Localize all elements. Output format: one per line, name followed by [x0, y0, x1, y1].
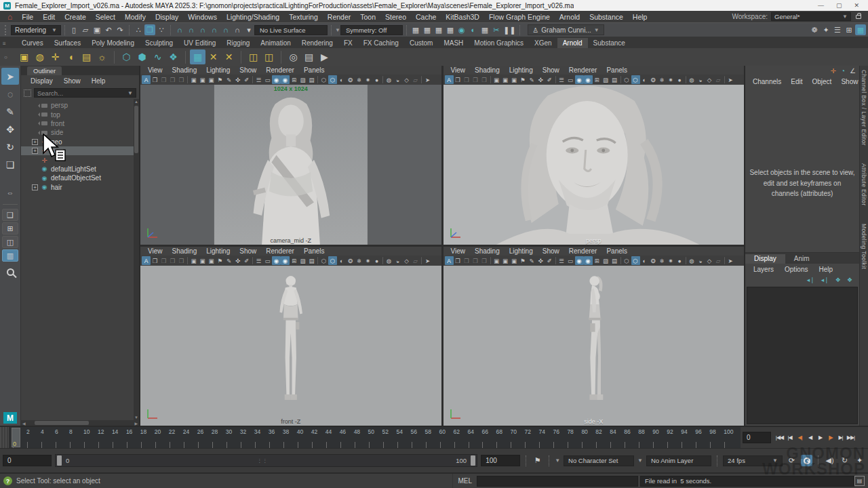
expand-toggle-icon[interactable]: + [32, 139, 38, 145]
step-forward-frame-button[interactable]: |▶ [825, 432, 835, 443]
layout-custom-button[interactable]: ▥ [2, 249, 18, 262]
grease-pencil-icon[interactable]: ✎ [224, 256, 233, 265]
current-time-field[interactable]: 0 [743, 432, 771, 443]
snap-projected-center-icon[interactable]: ∩ [209, 24, 220, 35]
smooth-shade-icon[interactable]: ◉ [575, 75, 584, 84]
viewport-menu-item[interactable]: Shading [470, 247, 505, 255]
pause-viewport-icon[interactable]: ❚❚ [502, 24, 516, 35]
chevron-down-icon[interactable]: ▼ [555, 458, 560, 464]
snap-to-view-icon[interactable]: ✜ [536, 75, 545, 84]
shelf-tab[interactable]: Arnold [557, 38, 588, 48]
layout-single-pane-button[interactable]: ❑ [2, 209, 18, 221]
menu-item[interactable]: Render [323, 13, 355, 21]
viewport-menu-item[interactable]: Renderer [261, 247, 299, 255]
menu-item[interactable]: Stereo [380, 13, 411, 21]
layer-move-up-icon[interactable]: ◂❘ [807, 277, 815, 283]
shelf-tab[interactable]: Custom [404, 38, 438, 48]
hud-icon[interactable]: ▤ [610, 256, 619, 265]
viewport-menu-item[interactable]: Show [235, 247, 261, 255]
graph-icon[interactable]: ∠ [850, 67, 856, 75]
textured-icon[interactable]: ◉ [281, 256, 290, 265]
snap-options-arrow-icon[interactable]: ▾ [243, 24, 254, 35]
hud-icon[interactable]: ▤ [307, 75, 316, 84]
minimize-button[interactable]: — [818, 2, 824, 9]
smooth-shade-icon[interactable]: ◉ [272, 75, 281, 84]
shelf-menu-icon[interactable]: ≡ [3, 41, 6, 47]
arnold-volume-icon[interactable]: ❖ [165, 49, 181, 64]
outliner-row[interactable]: + cam [21, 146, 134, 155]
range-middle-grip[interactable]: ⋮⋮ [72, 458, 453, 464]
expand-toggle-icon[interactable]: + [32, 184, 38, 190]
menu-item[interactable]: Lighting/Shading [222, 13, 284, 21]
isolate-select-icon[interactable]: ◍ [384, 75, 393, 84]
xray-icon[interactable]: ◒ [393, 75, 402, 84]
outliner-row[interactable]: + defaultObjectSet [21, 174, 134, 182]
channel-box-menu-item[interactable]: Edit [786, 78, 807, 85]
screen-space-ao-icon[interactable]: ❄ [355, 75, 363, 84]
textured-cube-icon[interactable]: ⬡ [631, 256, 640, 265]
screen-space-ao-icon[interactable]: ❄ [355, 256, 363, 265]
paint-select-tool[interactable]: ✎ [1, 103, 19, 120]
isolate-select-icon[interactable]: ◍ [688, 256, 696, 265]
menu-set-selector[interactable]: Rendering ▼ [11, 25, 61, 35]
menu-item[interactable]: KitBash3D [441, 13, 484, 21]
viewport-menu-item[interactable]: Show [235, 66, 261, 74]
multi-pane-icon[interactable]: ⊞ [593, 75, 601, 84]
smooth-shade-icon[interactable]: ◉ [575, 256, 584, 265]
tumble-icon[interactable]: ❒ [177, 75, 186, 84]
search-input[interactable]: Search... ▼ [34, 88, 136, 98]
viewport-menu-item[interactable]: Lighting [201, 66, 235, 74]
outliner-row[interactable]: + [21, 155, 134, 164]
shelf-tab[interactable]: Rendering [296, 38, 338, 48]
viewport-context-icon[interactable]: A [142, 75, 151, 84]
menu-item[interactable]: Arnold [555, 13, 585, 21]
channel-box-menu-item[interactable]: Channels [748, 78, 786, 85]
viewport-menu-item[interactable]: Show [538, 66, 564, 74]
shelf-tab[interactable]: XGen [529, 38, 557, 48]
menu-item[interactable]: Select [91, 13, 120, 21]
menu-item[interactable]: Display [151, 13, 183, 21]
shelf-tab[interactable]: Animation [255, 38, 296, 48]
range-end-handle[interactable] [471, 455, 475, 466]
camera-attributes-icon[interactable]: ▣ [510, 75, 519, 84]
track-icon[interactable]: ❒ [471, 75, 480, 84]
step-forward-key-button[interactable]: ▶| [835, 432, 846, 443]
render-sequence-icon[interactable]: ▦ [445, 24, 456, 35]
outliner-row[interactable]: + side [21, 128, 134, 137]
animation-preferences-icon[interactable]: ✦ [854, 455, 865, 466]
menu-item[interactable]: Edit [38, 13, 60, 21]
viewport-menu-item[interactable]: Lighting [201, 247, 235, 255]
layer-list[interactable] [747, 287, 858, 424]
plane-icon[interactable]: ▱ [411, 256, 420, 265]
smooth-shade-icon[interactable]: ◉ [272, 256, 281, 265]
viewport-menu-item[interactable]: Panels [299, 247, 330, 255]
humanik-character-icon[interactable]: ✦ [821, 24, 831, 35]
viewport-menu-item[interactable]: Panels [601, 66, 632, 74]
viewport-context-icon[interactable]: A [445, 75, 454, 84]
snap-grid-icon[interactable]: ∩ [174, 24, 185, 35]
speed-ramp-icon[interactable]: ◔ [841, 67, 845, 75]
outliner-menu-item[interactable]: Show [58, 77, 86, 85]
textured-icon[interactable]: ◉ [281, 75, 290, 84]
viewport-canvas-front[interactable]: front -Z [140, 266, 441, 426]
dolly-icon[interactable]: ❒ [462, 256, 471, 265]
viewport-menu-item[interactable]: Renderer [564, 66, 602, 74]
viewport-menu-item[interactable]: Show [538, 247, 564, 255]
shaded-icon[interactable]: ▭ [263, 75, 272, 84]
bookmark-icon[interactable]: ⚑ [216, 75, 224, 84]
menu-item[interactable]: Modify [120, 13, 151, 21]
camera-select-icon[interactable]: ▣ [189, 256, 198, 265]
camera-lock-icon[interactable]: ▣ [501, 75, 510, 84]
outliner-menu-item[interactable]: Help [86, 77, 111, 85]
timeline-ruler[interactable]: 0 02468101214161820222426283032343638404… [9, 427, 741, 448]
redo-icon[interactable]: ↷ [115, 24, 125, 35]
xray-icon[interactable]: ◒ [393, 256, 402, 265]
brush-icon[interactable]: ✐ [242, 75, 251, 84]
bookmark-icon[interactable]: ⚑ [216, 256, 224, 265]
viewport-context-icon[interactable]: A [142, 256, 151, 265]
arnold-photometric-light-icon[interactable]: ✛ [47, 49, 63, 64]
expand-toggle-icon[interactable]: + [32, 148, 38, 154]
bookmark-icon[interactable]: ⚑ [519, 75, 528, 84]
tumble-icon[interactable]: ❒ [177, 256, 186, 265]
screen-space-ao-icon[interactable]: ❄ [658, 75, 667, 84]
